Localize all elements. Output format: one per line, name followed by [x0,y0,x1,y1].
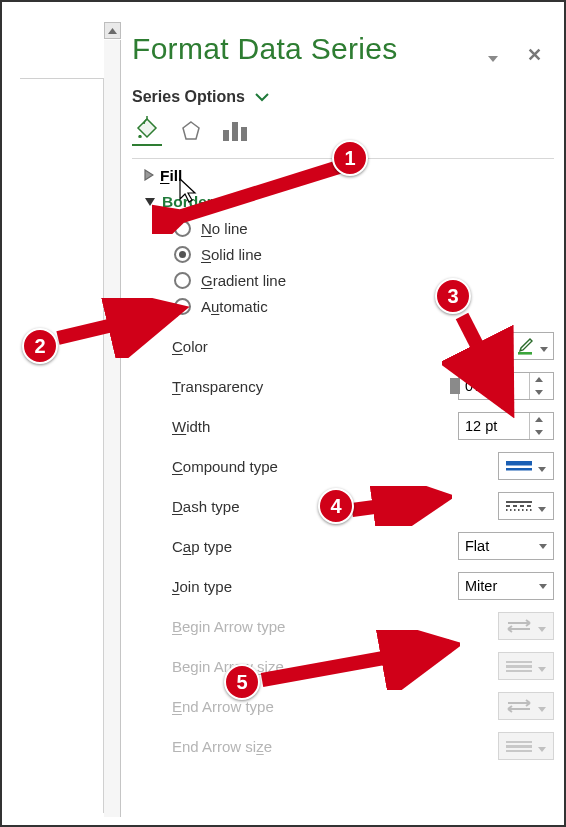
solid-line-label: Solid line [201,246,262,263]
chevron-down-icon [255,88,269,105]
svg-rect-17 [506,741,532,743]
transparency-label: Transparency [172,378,263,395]
svg-rect-3 [241,127,247,141]
callout-3: 3 [435,278,471,314]
width-label: Width [172,418,210,435]
automatic-label: Automatic [201,298,268,315]
series-options-dropdown[interactable]: Series Options [132,88,554,106]
compound-type-label: Compound type [172,458,278,475]
gradient-line-label: Gradient line [201,272,286,289]
transparency-decrease[interactable] [530,386,547,399]
callout-2: 2 [22,328,58,364]
triangle-right-icon [144,167,154,185]
cap-type-value: Flat [465,538,489,554]
scroll-up-button[interactable] [104,22,121,39]
end-arrow-type-dropdown [498,692,554,720]
svg-marker-0 [183,122,199,139]
end-arrow-size-label: End Arrow size [172,738,272,755]
svg-rect-4 [518,352,532,355]
cap-type-label: Cap type [172,538,232,555]
radio-gradient-line[interactable] [174,272,191,289]
dash-type-label: Dash type [172,498,240,515]
svg-rect-14 [506,670,532,672]
width-input[interactable] [459,418,529,434]
svg-rect-5 [506,461,532,466]
chevron-down-icon [540,338,548,355]
compound-type-dropdown[interactable] [498,452,554,480]
dash-type-dropdown[interactable] [498,492,554,520]
begin-arrow-size-dropdown [498,652,554,680]
series-options-label: Series Options [132,88,245,105]
begin-arrow-type-dropdown [498,612,554,640]
panel-menu-dropdown[interactable] [488,48,498,65]
svg-rect-12 [506,661,532,663]
tab-series-options[interactable] [220,116,250,146]
format-data-series-panel: Format Data Series ✕ Series Options Fill [132,12,554,817]
callout-1: 1 [332,140,368,176]
color-picker-dropdown[interactable] [510,332,554,360]
transparency-increase[interactable] [530,373,547,386]
width-increase[interactable] [530,413,547,426]
end-arrow-type-label: End Arrow type [172,698,274,715]
svg-rect-19 [506,750,532,752]
no-line-label: No line [201,220,248,237]
join-type-select[interactable]: Miter [458,572,554,600]
svg-rect-2 [232,122,238,141]
svg-rect-6 [506,468,532,471]
radio-automatic[interactable] [174,298,191,315]
tab-effects[interactable] [176,116,206,146]
join-type-value: Miter [465,578,497,594]
end-arrow-size-dropdown [498,732,554,760]
svg-rect-1 [223,130,229,141]
svg-rect-18 [506,745,532,748]
width-decrease[interactable] [530,426,547,439]
triangle-down-icon [144,193,156,211]
transparency-input-box [458,372,554,400]
svg-rect-13 [506,665,532,668]
width-input-box [458,412,554,440]
cap-type-select[interactable]: Flat [458,532,554,560]
color-label: Color [172,338,208,355]
tab-fill-line[interactable] [132,116,162,146]
radio-no-line[interactable] [174,220,191,237]
callout-4: 4 [318,488,354,524]
transparency-input[interactable] [459,378,529,394]
radio-solid-line[interactable] [174,246,191,263]
close-button[interactable]: ✕ [527,44,542,66]
begin-arrow-type-label: Begin Arrow type [172,618,285,635]
callout-5: 5 [224,664,260,700]
join-type-label: Join type [172,578,232,595]
border-section-toggle[interactable]: Border [144,193,554,211]
